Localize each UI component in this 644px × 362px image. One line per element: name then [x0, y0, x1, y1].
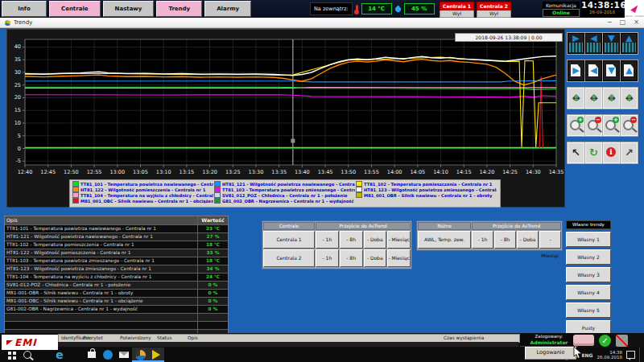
tray-clock[interactable]: 14:38 26.09.2018 — [597, 350, 623, 360]
alarm-column-header: Priorytet — [83, 335, 103, 341]
pan-up-icon[interactable]: ↔↕ — [584, 87, 603, 109]
nav-button-alarmy[interactable]: Alarmy — [204, 1, 251, 17]
zoom-out-value-icon[interactable]: − — [620, 114, 638, 137]
astrend-range-button[interactable]: - 8h — [494, 231, 516, 249]
astrend-range-button[interactable]: - Miesiąc — [387, 231, 411, 249]
pan-left-icon[interactable]: ↔↕ — [567, 87, 585, 109]
nav-button-info[interactable]: Info — [2, 1, 47, 17]
table-row[interactable]: TT81-101 - Temperatura powietrza nawiewa… — [5, 225, 228, 233]
table-row[interactable]: HT81-123 - Wilgotność powietrza zmieszan… — [5, 265, 228, 274]
table-row[interactable]: TT81-103 - Temperatura powietrza zmiesza… — [5, 257, 228, 265]
status-ok-icon[interactable]: ✓ — [599, 335, 611, 347]
trend-scroll-left-icon[interactable]: ◀ — [584, 32, 603, 55]
taskbar-mail-button[interactable] — [116, 348, 132, 362]
x-tick-label: 13:40 — [295, 169, 310, 175]
zoom-in-time-icon[interactable]: + — [567, 114, 585, 137]
own-trends-panel: Własne trendy Własny 1Własny 2Własny 3Wł… — [566, 220, 611, 335]
trend-scroll-right-icon[interactable]: ▶ — [567, 32, 585, 55]
own-trend-button[interactable]: Własny 5 — [566, 302, 611, 318]
emi-flag-icon — [6, 340, 13, 345]
legend-label: M81_001_OBR - Silnik nawiewu - Centrala … — [364, 193, 492, 198]
info-icon[interactable]: i — [602, 142, 621, 164]
taskbar-browser-button[interactable] — [100, 348, 116, 362]
astrend-range-button[interactable]: - Miesiąc — [539, 231, 561, 249]
astrend-range-button[interactable]: - Doba — [517, 231, 539, 249]
page-left-icon[interactable]: ◀ — [584, 60, 603, 82]
table-row[interactable]: HT81-121 - Wilgotność powietrza nawiewan… — [5, 233, 228, 241]
astrend-range-button[interactable]: - 1h — [472, 231, 493, 249]
own-trend-button[interactable]: Własny 1 — [566, 232, 611, 247]
astrend-range-button[interactable]: - 1h — [316, 249, 339, 267]
astrend-range-button[interactable]: - 1h — [316, 231, 339, 249]
pan-right-icon[interactable]: ↔↕ — [620, 87, 638, 109]
astrend-range-button[interactable]: - 8h — [340, 231, 363, 249]
table-row-empty — [5, 322, 228, 330]
table-row[interactable]: TT81-104 - Temperatura na wyjściu z chło… — [5, 274, 228, 282]
show-desktop-button[interactable] — [639, 348, 642, 362]
astrend-range-button[interactable]: - Doba — [364, 249, 387, 267]
own-trend-button[interactable]: Własny 2 — [566, 249, 611, 265]
mouse-cursor — [573, 347, 583, 360]
window-title: Trendy — [14, 19, 32, 26]
trend-scroll-up-icon[interactable]: ▲ — [620, 32, 638, 55]
close-icon[interactable]: × — [634, 18, 639, 27]
cursor-glyph: ↖ — [568, 146, 584, 158]
nav-button-centrale[interactable]: Centrale — [49, 1, 101, 17]
astrend-range-button[interactable]: - Miesiąc — [387, 249, 411, 267]
page-down-icon[interactable]: ▼ — [602, 60, 621, 82]
x-tick-label: 12:45 — [40, 169, 56, 175]
centrala-2-tile[interactable]: Centrala 2 Wył — [477, 2, 511, 18]
arrow-glyph: ▼ — [603, 34, 620, 43]
page-up-icon[interactable]: ▲ — [620, 60, 638, 82]
astrend-range-button[interactable]: - 8h — [340, 249, 363, 267]
pan-down-icon[interactable]: ↔↕ — [602, 87, 621, 109]
table-row[interactable]: TT81-102 - Temperatura pomieszczenia - C… — [5, 241, 228, 249]
compare-icon[interactable]: ↗ — [620, 142, 638, 164]
login-button[interactable]: Logowanie — [525, 347, 576, 360]
legend-label: HT81_122 - Wilgotność pomieszczenia - Ce… — [80, 187, 205, 192]
unit-button[interactable]: Centrala 2 — [263, 249, 315, 267]
taskbar-astrend-button[interactable] — [132, 348, 148, 362]
nav-button-trendy[interactable]: Trendy — [156, 1, 202, 17]
own-trend-button[interactable]: Własny 3 — [566, 267, 611, 282]
table-row[interactable]: HT81-122 - Wilgotność pomieszczenia - Ce… — [5, 249, 228, 257]
outdoor-humidity: 45 % — [404, 3, 435, 14]
compare-glyph: ↗ — [621, 146, 638, 158]
taskbar-media-player-button[interactable] — [148, 348, 164, 362]
column-header-wartosc: Wartość — [198, 216, 228, 224]
action-center-icon[interactable] — [626, 351, 635, 359]
zoom-out-time-icon[interactable]: − — [584, 114, 603, 137]
x-tick-label: 14:20 — [480, 169, 495, 175]
table-row[interactable]: SV81-012-POZ - Chłodnica - Centrala nr 1… — [5, 282, 228, 290]
own-trend-button[interactable]: Własny 4 — [566, 285, 611, 300]
arrow-glyph: ◀ — [585, 65, 602, 76]
tray-language[interactable]: ENG — [581, 352, 592, 358]
astrend-range-button[interactable]: - Doba — [364, 231, 387, 249]
minimize-icon[interactable]: ─ — [608, 18, 612, 27]
table-row[interactable]: M81-001-OBC - Silnik nawiewu - Centrala … — [5, 298, 228, 306]
page-right-icon[interactable]: ▶ — [567, 60, 585, 82]
store-icon — [88, 352, 96, 358]
cursor-mode-icon[interactable]: ↖ — [567, 142, 585, 164]
unit-button[interactable]: Centrala 1 — [263, 231, 315, 249]
table-row[interactable]: G81-002-OBR - Nagrzewnica - Centrala nr … — [5, 306, 228, 314]
own-trends-buttons: Własny 1Własny 2Własny 3Własny 4Własny 5… — [566, 232, 611, 335]
trend-scroll-down-icon[interactable]: ▼ — [602, 32, 621, 55]
table-row[interactable]: M81-001-OBR - Silnik nawiewu - Centrala … — [5, 290, 228, 298]
maximize-icon[interactable]: □ — [620, 18, 626, 27]
ahu-status-tiles: Centrala 1 Wył Centrala 2 Wył — [440, 2, 511, 18]
zoom-in-value-icon[interactable]: + — [602, 114, 621, 137]
y-tick-label: 40 — [14, 43, 21, 50]
alarm-list-empty-row — [58, 342, 518, 347]
volume-muted-icon[interactable] — [616, 335, 628, 347]
x-tick-label: 14:00 — [387, 169, 402, 175]
taskbar-file-explorer-button[interactable] — [68, 348, 84, 362]
notification-thumbnail-icon[interactable] — [573, 335, 594, 346]
nav-button-nastawy[interactable]: Nastawy — [103, 1, 155, 17]
legend-label: SV81_012_POZ - Chłodnica - Centrala nr 1… — [222, 193, 348, 198]
unit-button[interactable]: AWL, Temp. zew. — [418, 231, 471, 249]
centrala-1-tile[interactable]: Centrala 1 Wył — [440, 2, 474, 18]
panel-header: RóżnePrzejście do AsTrend — [418, 222, 561, 230]
taskbar-store-button[interactable] — [84, 348, 100, 362]
refresh-icon[interactable]: ↻ — [584, 142, 603, 164]
